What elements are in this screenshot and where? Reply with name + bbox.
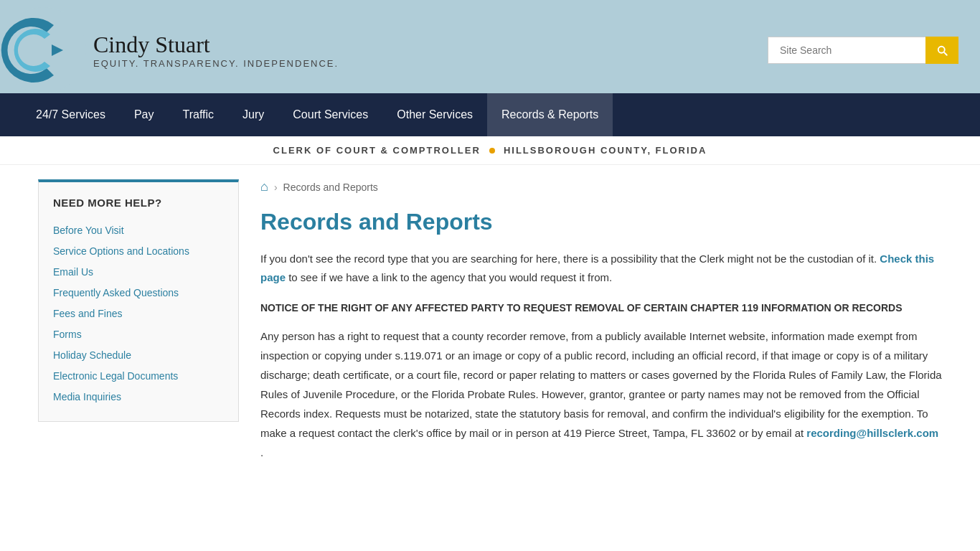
notice-email-link[interactable]: recording@hillsclerk.com <box>806 427 938 439</box>
sub-header-right: HILLSBOROUGH COUNTY, FLORIDA <box>504 145 707 156</box>
main-content-area: NEED MORE HELP? Before You Visit Service… <box>17 165 963 476</box>
logo-area: Cindy Stuart EQUITY. TRANSPARENCY. INDEP… <box>0 7 339 93</box>
sub-header-left: CLERK OF COURT & COMPTROLLER <box>273 145 481 156</box>
notice-end: . <box>260 446 263 458</box>
list-item: Holiday Schedule <box>53 344 224 365</box>
intro-text: If you don't see the record type that yo… <box>260 253 877 265</box>
page-content: ⌂ › Records and Reports Records and Repo… <box>260 179 942 462</box>
sub-header: CLERK OF COURT & COMPTROLLER HILLSBOROUG… <box>0 136 980 165</box>
list-item: Media Inquiries <box>53 386 224 407</box>
search-button[interactable] <box>925 37 958 64</box>
sidebar-box: NEED MORE HELP? Before You Visit Service… <box>38 179 239 422</box>
sub-header-divider <box>489 148 495 154</box>
brand-text: Cindy Stuart EQUITY. TRANSPARENCY. INDEP… <box>93 32 339 69</box>
breadcrumb-current: Records and Reports <box>283 182 378 193</box>
list-item: Frequently Asked Questions <box>53 282 224 303</box>
search-icon <box>936 44 948 57</box>
list-item: Service Options and Locations <box>53 240 224 261</box>
nav-item-records-reports[interactable]: Records & Reports <box>487 93 613 136</box>
page-intro: If you don't see the record type that yo… <box>260 250 942 286</box>
notice-body-text: Any person has a right to request that a… <box>260 330 942 439</box>
page-header: Cindy Stuart EQUITY. TRANSPARENCY. INDEP… <box>0 0 980 93</box>
nav-item-traffic[interactable]: Traffic <box>169 93 229 136</box>
nav-item-pay[interactable]: Pay <box>120 93 169 136</box>
sidebar-links: Before You Visit Service Options and Loc… <box>53 220 224 407</box>
breadcrumb-home-link[interactable]: ⌂ <box>260 179 268 194</box>
tagline: EQUITY. TRANSPARENCY. INDEPENDENCE. <box>93 58 339 69</box>
breadcrumb-separator: › <box>274 182 278 193</box>
sidebar-link-holiday[interactable]: Holiday Schedule <box>53 349 131 361</box>
sidebar-link-fees-fines[interactable]: Fees and Fines <box>53 308 123 319</box>
list-item: Email Us <box>53 261 224 282</box>
nav-item-court-services[interactable]: Court Services <box>278 93 382 136</box>
breadcrumb: ⌂ › Records and Reports <box>260 179 942 194</box>
sidebar-link-media[interactable]: Media Inquiries <box>53 391 121 402</box>
notice-body: Any person has a right to request that a… <box>260 326 942 462</box>
sidebar-link-legal-docs[interactable]: Electronic Legal Documents <box>53 370 178 382</box>
sidebar-link-faq[interactable]: Frequently Asked Questions <box>53 287 179 298</box>
list-item: Electronic Legal Documents <box>53 365 224 386</box>
notice-title: NOTICE OF THE RIGHT OF ANY AFFECTED PART… <box>260 301 942 316</box>
home-icon: ⌂ <box>260 179 268 194</box>
logo-icon <box>0 7 86 93</box>
search-area <box>768 37 958 64</box>
sidebar: NEED MORE HELP? Before You Visit Service… <box>38 179 239 462</box>
search-input[interactable] <box>768 37 925 64</box>
clerk-name: Cindy Stuart <box>93 32 339 58</box>
list-item: Forms <box>53 324 224 344</box>
list-item: Fees and Fines <box>53 303 224 324</box>
intro-suffix: to see if we have a link to the agency t… <box>288 271 612 283</box>
sidebar-link-forms[interactable]: Forms <box>53 329 82 340</box>
sidebar-link-before-you-visit[interactable]: Before You Visit <box>53 225 124 236</box>
page-title: Records and Reports <box>260 209 942 235</box>
nav-item-other-services[interactable]: Other Services <box>382 93 487 136</box>
sidebar-title: NEED MORE HELP? <box>53 197 224 209</box>
list-item: Before You Visit <box>53 220 224 240</box>
sidebar-link-email-us[interactable]: Email Us <box>53 266 93 278</box>
sidebar-link-service-options[interactable]: Service Options and Locations <box>53 245 189 257</box>
nav-item-jury[interactable]: Jury <box>228 93 278 136</box>
nav-item-247-services[interactable]: 24/7 Services <box>22 93 120 136</box>
main-navigation: 24/7 Services Pay Traffic Jury Court Ser… <box>0 93 980 136</box>
